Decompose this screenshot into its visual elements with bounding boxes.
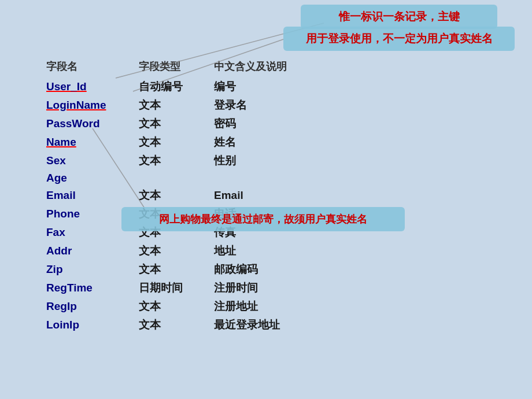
data-table: 字段名 字段类型 中文含义及说明 User_Id 自动编号 编号 LoginNa…	[46, 58, 330, 334]
desc-addr: 地址	[214, 243, 330, 258]
type-email: 文本	[139, 188, 214, 203]
type-loinip: 文本	[139, 317, 214, 332]
header-desc: 中文含义及说明	[214, 60, 330, 73]
desc-regtime: 注册时间	[214, 280, 330, 295]
table-row: Sex 文本 性别	[46, 152, 330, 170]
desc-loinip: 最近登录地址	[214, 317, 330, 332]
table-row: Age	[46, 170, 330, 186]
type-userid: 自动编号	[139, 79, 214, 94]
table-row: RegIp 文本 注册地址	[46, 297, 330, 316]
field-zip: Zip	[46, 263, 139, 276]
field-addr: Addr	[46, 245, 139, 257]
table-header: 字段名 字段类型 中文含义及说明	[46, 58, 330, 75]
desc-zip: 邮政编码	[214, 262, 330, 277]
field-loginname: LoginName	[46, 99, 139, 112]
header-type: 字段类型	[139, 60, 214, 73]
field-regip: RegIp	[46, 300, 139, 313]
table-row: PassWord 文本 密码	[46, 114, 330, 133]
table-row: RegTime 日期时间 注册时间	[46, 279, 330, 297]
field-loinip: LoinIp	[46, 319, 139, 331]
field-userid: User_Id	[46, 80, 139, 93]
header-field: 字段名	[46, 60, 139, 73]
field-name: Name	[46, 136, 139, 149]
table-row: Email 文本 Email	[46, 186, 330, 205]
callout-primary-key: 惟一标识一条记录，主键	[301, 5, 497, 29]
desc-email: Email	[214, 189, 330, 202]
field-email: Email	[46, 189, 139, 202]
callout-login-name: 用于登录使用，不一定为用户真实姓名	[283, 27, 515, 51]
table-row: Zip 文本 邮政编码	[46, 260, 330, 279]
desc-name: 姓名	[214, 135, 330, 150]
table-row: User_Id 自动编号 编号	[46, 77, 330, 96]
type-loginname: 文本	[139, 98, 214, 113]
field-regtime: RegTime	[46, 282, 139, 294]
field-password: PassWord	[46, 117, 139, 130]
type-sex: 文本	[139, 153, 214, 168]
desc-loginname: 登录名	[214, 98, 330, 113]
type-zip: 文本	[139, 262, 214, 277]
type-regip: 文本	[139, 299, 214, 314]
type-password: 文本	[139, 116, 214, 131]
field-sex: Sex	[46, 154, 139, 167]
desc-regip: 注册地址	[214, 299, 330, 314]
field-age: Age	[46, 172, 139, 184]
type-regtime: 日期时间	[139, 280, 214, 295]
table-row: LoginName 文本 登录名	[46, 96, 330, 114]
desc-userid: 编号	[214, 79, 330, 94]
table-row: Name 文本 姓名	[46, 133, 330, 152]
type-name: 文本	[139, 135, 214, 150]
desc-password: 密码	[214, 116, 330, 131]
type-addr: 文本	[139, 243, 214, 258]
table-row: LoinIp 文本 最近登录地址	[46, 316, 330, 334]
table-row: Addr 文本 地址	[46, 242, 330, 260]
callout-real-name: 网上购物最终是通过邮寄，故须用户真实姓名	[121, 207, 405, 231]
desc-sex: 性别	[214, 153, 330, 168]
